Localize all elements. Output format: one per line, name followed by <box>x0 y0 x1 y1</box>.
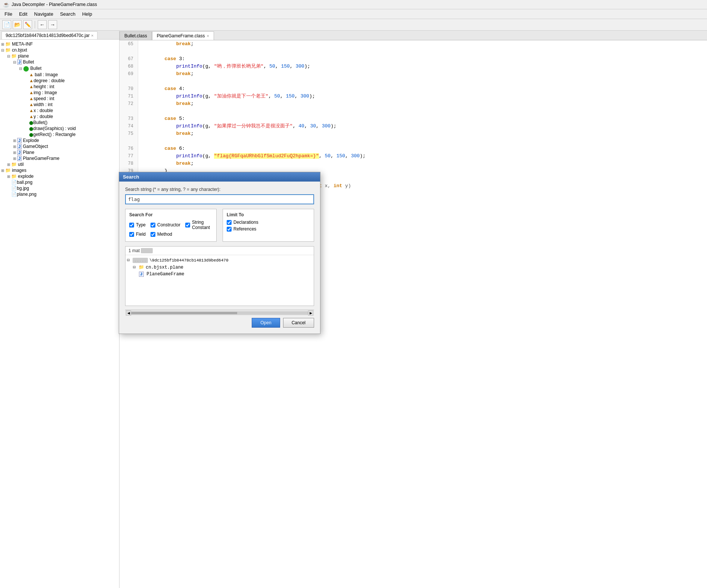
tree-node-planegameframe[interactable]: ⊞ J PlaneGameFrame <box>0 155 119 161</box>
left-tab-bar: 9dc125bf1b84478cb14813d9bed6470c.jar × <box>0 31 119 40</box>
open-button[interactable]: Open <box>252 318 280 328</box>
tree-node-explode[interactable]: ⊞ J Explode <box>0 137 119 143</box>
jar-tab-close[interactable]: × <box>91 33 93 38</box>
label-plane: plane <box>18 53 29 59</box>
toolbar-separator <box>35 21 35 28</box>
tree-node-explode-folder[interactable]: ⊞ 📁 explode <box>0 173 119 179</box>
toggle-gameobject[interactable]: ⊞ <box>12 145 17 149</box>
tree-node-bullet-j[interactable]: ⊟ J Bullet <box>0 59 119 65</box>
search-input[interactable] <box>125 194 314 204</box>
app-icon: ☕ <box>3 1 9 7</box>
dialog-scrollbar[interactable]: ◀ ▶ <box>125 310 314 316</box>
toolbar-back[interactable]: ← <box>38 20 47 29</box>
menu-help[interactable]: Help <box>79 10 95 18</box>
results-jar-blur: ..... <box>133 258 148 263</box>
tree-node-plane-class[interactable]: ⊞ J Plane <box>0 149 119 155</box>
tab-planegameframe-close[interactable]: × <box>207 34 209 38</box>
toolbar-open[interactable]: 📂 <box>13 20 22 29</box>
toggle-planegameframe[interactable]: ⊞ <box>12 157 17 161</box>
results-tree: ⊟ ..... \9dc125bf1b84478cb14813d9bed6470… <box>125 255 314 279</box>
tree-node-gameobject[interactable]: ⊞ J GameObject <box>0 143 119 149</box>
code-line-73: 73 case 5: <box>120 115 707 123</box>
results-class-node[interactable]: J PlaneGameFrame <box>127 271 312 278</box>
dialog-title-bar[interactable]: Search <box>119 172 320 182</box>
scroll-track[interactable] <box>131 312 308 315</box>
label-type: Type <box>136 222 146 228</box>
tree-node-ball[interactable]: ▲ ball : Image <box>0 72 119 78</box>
code-line-70: 70 case 4: <box>120 85 707 93</box>
label-ball: ball : Image <box>35 72 58 77</box>
toolbar-search[interactable]: ✏️ <box>23 20 32 29</box>
tab-planegameframe[interactable]: PlaneGameFrame.class × <box>152 31 214 40</box>
toggle-util[interactable]: ⊞ <box>6 163 11 167</box>
tree-node-plane[interactable]: ⊟ 📁 plane <box>0 53 119 59</box>
tree-node-width[interactable]: ▲ width : int <box>0 102 119 108</box>
label-planegameframe: PlaneGameFrame <box>23 156 59 161</box>
toolbar-new[interactable]: 📄 <box>2 20 11 29</box>
toggle-bullet-j[interactable]: ⊟ <box>12 60 17 64</box>
check-declarations[interactable] <box>227 220 232 225</box>
menu-navigate[interactable]: Navigate <box>31 10 56 18</box>
label-bullet-class: Bullet <box>30 66 41 71</box>
label-gameobject: GameObject <box>23 144 48 149</box>
check-method[interactable] <box>151 232 155 237</box>
toggle-meta-inf[interactable]: ⊞ <box>0 42 5 46</box>
cancel-button[interactable]: Cancel <box>283 318 314 328</box>
tree-node-img[interactable]: ▲ img : Image <box>0 90 119 96</box>
tree-node-ball-png[interactable]: 📄 ball.png <box>0 179 119 185</box>
check-constructor[interactable] <box>151 223 155 228</box>
label-width: width : int <box>34 102 53 107</box>
tree-node-bullet-class[interactable]: ⊟ ⬤ Bullet <box>0 65 119 72</box>
menu-file[interactable]: File <box>1 10 15 18</box>
tree-node-draw[interactable]: ⬤ draw(Graphics) : void <box>0 126 119 131</box>
label-height: height : int <box>34 84 54 89</box>
tree-node-cnbjsxt[interactable]: ⊟ 📁 cn.bjsxt <box>0 47 119 53</box>
toggle-plane-class[interactable]: ⊞ <box>12 151 17 155</box>
code-line-74: 74 printInfo(g, "如果撑过一分钟我岂不是很没面子", 40, 3… <box>120 123 707 130</box>
label-speed: speed : int <box>34 96 54 101</box>
check-string-constant[interactable] <box>185 223 190 228</box>
checkbox-field-method: Field Method <box>129 232 213 237</box>
code-line-blank3 <box>120 108 707 115</box>
results-package-node[interactable]: ⊟ 📁 cn.bjsxt.plane <box>127 264 312 271</box>
tree-node-images[interactable]: ⊞ 📁 images <box>0 167 119 173</box>
check-references[interactable] <box>227 227 232 232</box>
field-icon-ball: ▲ <box>29 72 34 77</box>
toggle-images[interactable]: ⊞ <box>0 168 5 173</box>
scroll-thumb[interactable] <box>131 312 237 314</box>
tree-node-plane-png[interactable]: 📄 plane.png <box>0 191 119 197</box>
results-jar-node[interactable]: ⊟ ..... \9dc125bf1b84478cb14813d9bed6470 <box>127 257 312 264</box>
class-icon-bullet: ⬤ <box>23 65 29 71</box>
toolbar-forward[interactable]: → <box>48 20 57 29</box>
tree-node-y[interactable]: ▲ y : double <box>0 114 119 120</box>
tree-node-util[interactable]: ⊞ 📁 util <box>0 161 119 167</box>
checkbox-type: Type Constructor String Constant <box>129 220 213 230</box>
toggle-cnbjsxt[interactable]: ⊟ <box>0 48 5 52</box>
label-draw: draw(Graphics) : void <box>33 126 76 131</box>
check-field[interactable] <box>129 232 134 237</box>
tree-node-getrect[interactable]: ⬤ getRect() : Rectangle <box>0 131 119 137</box>
toggle-explode[interactable]: ⊞ <box>12 139 17 143</box>
tree-node-bg-jpg[interactable]: 📄 bg.jpg <box>0 185 119 191</box>
toggle-plane[interactable]: ⊟ <box>6 54 11 58</box>
main-container: 9dc125bf1b84478cb14813d9bed6470c.jar × ⊞… <box>0 31 707 588</box>
toggle-explode-folder[interactable]: ⊞ <box>6 174 11 179</box>
jar-tab[interactable]: 9dc125bf1b84478cb14813d9bed6470c.jar × <box>1 31 97 39</box>
check-type[interactable] <box>129 223 134 228</box>
folder-icon-images: 📁 <box>5 168 11 173</box>
scroll-left-arrow[interactable]: ◀ <box>126 310 131 316</box>
tree-node-speed[interactable]: ▲ speed : int <box>0 96 119 102</box>
label-getrect: getRect() : Rectangle <box>33 132 75 137</box>
menu-search[interactable]: Search <box>57 10 78 18</box>
tree-node-x[interactable]: ▲ x : double <box>0 108 119 114</box>
folder-icon-meta-inf: 📁 <box>5 41 11 47</box>
dialog-title: Search <box>123 174 139 180</box>
scroll-right-arrow[interactable]: ▶ <box>308 310 313 316</box>
tree-node-meta-inf[interactable]: ⊞ 📁 META-INF <box>0 41 119 47</box>
tree-node-degree[interactable]: ▲ degree : double <box>0 78 119 84</box>
tree-node-height[interactable]: ▲ height : int <box>0 84 119 90</box>
tree-node-bullet-ctor[interactable]: ⬤ Bullet() <box>0 120 119 126</box>
toggle-bullet-class[interactable]: ⊟ <box>18 66 23 71</box>
tab-bullet[interactable]: Bullet.class <box>120 31 152 40</box>
menu-edit[interactable]: Edit <box>16 10 30 18</box>
